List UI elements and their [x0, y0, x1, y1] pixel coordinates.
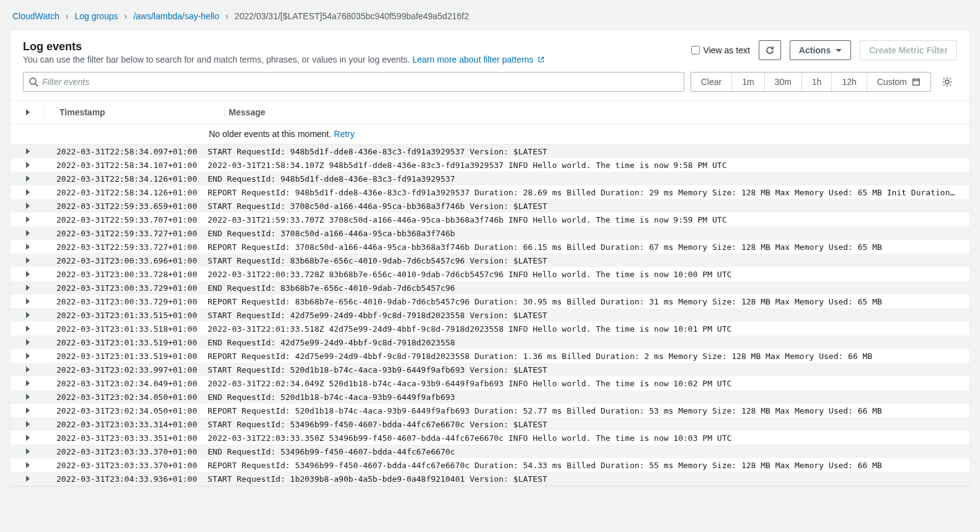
search-input-wrap[interactable] [23, 72, 684, 92]
log-row[interactable]: 2022-03-31T23:02:34.050+01:00REPORT Requ… [11, 404, 969, 417]
refresh-button[interactable] [759, 40, 781, 60]
expand-row-icon[interactable] [26, 394, 30, 400]
refresh-icon [765, 45, 775, 55]
log-message: START RequestId: 83b68b7e-656c-4010-9dab… [208, 256, 957, 265]
expand-row-icon[interactable] [26, 298, 30, 304]
svg-rect-2 [913, 79, 920, 86]
log-row[interactable]: 2022-03-31T22:59:33.707+01:002022-03-31T… [11, 213, 969, 226]
time-clear-button[interactable]: Clear [691, 73, 732, 91]
expand-row-icon[interactable] [26, 476, 30, 482]
view-as-text-checkbox[interactable] [691, 46, 700, 55]
expand-row-icon[interactable] [26, 216, 30, 223]
view-as-text-toggle[interactable]: View as text [691, 45, 750, 55]
log-timestamp: 2022-03-31T23:00:33.729+01:00 [56, 297, 208, 306]
log-row[interactable]: 2022-03-31T22:58:34.126+01:00REPORT Requ… [11, 185, 969, 199]
chevron-down-icon [836, 49, 842, 52]
expand-row-icon[interactable] [26, 421, 30, 427]
learn-more-link[interactable]: Learn more about filter patterns [412, 55, 544, 64]
expand-row-icon[interactable] [26, 244, 30, 250]
log-row[interactable]: 2022-03-31T23:01:33.519+01:00END Request… [11, 335, 969, 349]
log-row[interactable]: 2022-03-31T23:00:33.729+01:00REPORT Requ… [11, 295, 969, 308]
log-timestamp: 2022-03-31T22:59:33.727+01:00 [56, 229, 208, 238]
external-link-icon [537, 56, 545, 63]
log-row[interactable]: 2022-03-31T23:01:33.515+01:00START Reque… [11, 308, 969, 322]
retry-link[interactable]: Retry [334, 129, 355, 139]
time-12h-button[interactable]: 12h [832, 73, 867, 91]
logs-table-body: 2022-03-31T22:58:34.097+01:00START Reque… [11, 144, 969, 485]
col-timestamp-header[interactable]: Timestamp [47, 107, 221, 117]
create-metric-filter-button[interactable]: Create Metric Filter [860, 40, 957, 60]
log-row[interactable]: 2022-03-31T23:02:34.049+01:002022-03-31T… [11, 376, 969, 390]
log-message: END RequestId: 42d75e99-24d9-4bbf-9c8d-7… [208, 338, 957, 347]
expand-row-icon[interactable] [26, 339, 30, 345]
expand-row-icon[interactable] [26, 285, 30, 291]
breadcrumb-log-groups[interactable]: Log groups [74, 11, 118, 21]
log-row[interactable]: 2022-03-31T23:03:33.370+01:00REPORT Requ… [11, 458, 969, 472]
log-message: START RequestId: 520d1b18-b74c-4aca-93b9… [208, 365, 957, 375]
log-timestamp: 2022-03-31T23:02:34.049+01:00 [56, 379, 208, 388]
log-row[interactable]: 2022-03-31T23:02:34.050+01:00END Request… [11, 390, 969, 404]
expand-row-icon[interactable] [26, 175, 30, 182]
expand-row-icon[interactable] [26, 353, 30, 359]
col-message-header[interactable]: Message [229, 107, 957, 117]
log-row[interactable]: 2022-03-31T22:58:34.107+01:002022-03-31T… [11, 158, 969, 172]
breadcrumb-log-group-name[interactable]: /aws/lambda/say-hello [133, 11, 219, 21]
log-message: 2022-03-31T22:01:33.518Z 42d75e99-24d9-4… [208, 324, 957, 334]
log-timestamp: 2022-03-31T22:58:34.097+01:00 [56, 147, 208, 156]
log-message: END RequestId: 3708c50d-a166-446a-95ca-b… [208, 229, 957, 238]
log-timestamp: 2022-03-31T22:58:34.126+01:00 [56, 188, 208, 197]
expand-row-icon[interactable] [26, 462, 30, 468]
expand-row-icon[interactable] [26, 271, 30, 277]
expand-row-icon[interactable] [26, 230, 30, 236]
log-row[interactable]: 2022-03-31T23:02:33.997+01:00START Reque… [11, 363, 969, 376]
log-message: 2022-03-31T22:03:33.350Z 53496b99-f450-4… [208, 433, 957, 443]
search-input[interactable] [38, 77, 679, 87]
log-message: END RequestId: 53496b99-f450-4607-bdda-4… [208, 447, 957, 456]
expand-row-icon[interactable] [26, 162, 30, 168]
expand-row-icon[interactable] [26, 203, 30, 209]
log-row[interactable]: 2022-03-31T22:58:34.126+01:00END Request… [11, 172, 969, 185]
expand-all-icon[interactable] [26, 109, 30, 115]
log-row[interactable]: 2022-03-31T22:58:34.097+01:00START Reque… [11, 144, 969, 158]
log-timestamp: 2022-03-31T23:04:33.936+01:00 [56, 474, 208, 484]
expand-row-icon[interactable] [26, 380, 30, 386]
log-row[interactable]: 2022-03-31T23:03:33.314+01:00START Reque… [11, 417, 969, 431]
breadcrumb-cloudwatch[interactable]: CloudWatch [12, 11, 60, 21]
actions-button[interactable]: Actions [790, 40, 851, 60]
log-row[interactable]: 2022-03-31T22:59:33.727+01:00END Request… [11, 226, 969, 240]
expand-row-icon[interactable] [26, 312, 30, 318]
expand-row-icon[interactable] [26, 189, 30, 195]
time-1h-button[interactable]: 1h [802, 73, 832, 91]
time-1m-button[interactable]: 1m [732, 73, 764, 91]
log-timestamp: 2022-03-31T22:59:33.707+01:00 [56, 215, 208, 224]
expand-row-icon[interactable] [26, 448, 30, 454]
log-row[interactable]: 2022-03-31T22:59:33.659+01:00START Reque… [11, 199, 969, 213]
log-row[interactable]: 2022-03-31T23:00:33.728+01:002022-03-31T… [11, 267, 969, 281]
expand-row-icon[interactable] [26, 148, 30, 154]
expand-row-icon[interactable] [26, 326, 30, 332]
chevron-right-icon: › [226, 11, 229, 21]
log-message: REPORT RequestId: 42d75e99-24d9-4bbf-9c8… [208, 352, 957, 361]
log-timestamp: 2022-03-31T23:00:33.728+01:00 [56, 270, 208, 279]
expand-row-icon[interactable] [26, 366, 30, 373]
time-30m-button[interactable]: 30m [765, 73, 802, 91]
log-message: REPORT RequestId: 83b68b7e-656c-4010-9da… [208, 297, 957, 306]
expand-row-icon[interactable] [26, 435, 30, 441]
log-row[interactable]: 2022-03-31T23:03:33.370+01:00END Request… [11, 445, 969, 458]
log-row[interactable]: 2022-03-31T23:01:33.519+01:00REPORT Requ… [11, 349, 969, 363]
log-row[interactable]: 2022-03-31T23:00:33.729+01:00END Request… [11, 281, 969, 295]
log-row[interactable]: 2022-03-31T23:04:33.936+01:00START Reque… [11, 472, 969, 485]
expand-row-icon[interactable] [26, 407, 30, 414]
log-timestamp: 2022-03-31T23:01:33.515+01:00 [56, 311, 208, 320]
log-message: 2022-03-31T21:59:33.707Z 3708c50d-a166-4… [208, 215, 957, 224]
log-row[interactable]: 2022-03-31T22:59:33.727+01:00REPORT Requ… [11, 240, 969, 254]
settings-button[interactable] [937, 72, 957, 92]
log-row[interactable]: 2022-03-31T23:01:33.518+01:002022-03-31T… [11, 322, 969, 335]
log-message: 2022-03-31T21:58:34.107Z 948b5d1f-dde8-4… [208, 161, 957, 170]
log-row[interactable]: 2022-03-31T23:03:33.351+01:002022-03-31T… [11, 431, 969, 445]
log-row[interactable]: 2022-03-31T23:00:33.696+01:00START Reque… [11, 254, 969, 267]
time-custom-button[interactable]: Custom [867, 73, 930, 91]
log-message: END RequestId: 83b68b7e-656c-4010-9dab-7… [208, 283, 957, 293]
expand-row-icon[interactable] [26, 257, 30, 264]
table-header: Timestamp Message [11, 100, 969, 124]
